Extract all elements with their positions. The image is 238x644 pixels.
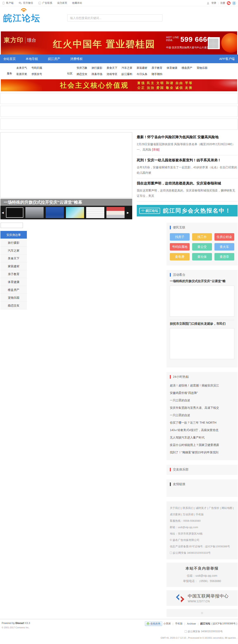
activity-title[interactable]: 一场特殊的升旗仪式拉开安庆“云课堂”帷 [170,279,234,283]
subnav-decor[interactable]: 家装建材 [136,66,147,70]
hot-post[interactable]: 超清！超惊艳！超震撼！揭秘安庆滨江 [170,382,234,389]
hot-post[interactable]: 找到了！“梅姨案”被拐15年的申某找到 [170,448,234,456]
widget-title: 24小时热贴 [173,375,189,379]
sidebar-item-dating[interactable]: 婚恋交友 [0,302,27,310]
report-center-12377[interactable]: 中国互联网举报中心 WWW.12377.CN [166,590,238,606]
sidebar-item-pets[interactable]: 宠物乐园 [0,294,27,302]
hot-post[interactable]: 无人驾驶汽车进入量产时代 [170,434,234,441]
subnav-anqing[interactable]: 安庆万象 [77,66,88,70]
search-input[interactable] [67,14,162,22]
subnav-parenting[interactable]: 亲子教育 [152,66,162,70]
activity-title[interactable]: 担忧市立医院门口排起长龙就诊，市民们 [170,322,234,326]
btn-violation-query[interactable]: 查违章 [214,253,234,260]
subnav-sports[interactable]: 体育健康 [166,66,177,70]
qq-login-icon[interactable] [232,1,236,5]
footer-police-number[interactable]: 皖公网安备 34080202000333号 [145,630,237,633]
btn-electricity-query[interactable]: 查电费 [170,253,190,260]
news-title[interactable]: 我在这郑重声明，这些消息都是真的。安庆迎春颐和城 [137,181,238,186]
official-wechat-link[interactable]: 官方微信 [18,1,33,5]
footer-archiver-link[interactable]: Archiver [187,622,196,625]
subnav-tipoff[interactable]: 皖江爆料 [122,72,132,76]
set-home-link[interactable]: 设为首页 [57,1,67,5]
sidebar-item-anqing[interactable]: 安庆身边事 [0,231,27,239]
hot-post[interactable]: 143㎡轻奢美式4室2厅，高级灰营造优 [170,426,234,434]
btn-train-query[interactable]: 查火车 [214,243,234,250]
carousel-thumb[interactable] [106,207,124,218]
sidebar-select-placeholder[interactable] [0,223,23,228]
divider [170,320,234,320]
btn-find-house[interactable]: 找房子 [170,233,190,240]
news-title[interactable]: 死刑！安庆一幼儿园老板被杀案宣判！凶手系其弟弟！ [137,158,238,162]
sidebar-item-travel[interactable]: 旅行摄影 [0,239,27,246]
promo-banner[interactable]: 皖江论坛 皖江同乡会火热报名中！ [137,205,238,216]
service-hotline: 客服热线：0556-5563080 [170,518,234,524]
ad-placeholder-3 [0,118,238,130]
subnav-car[interactable]: 汽车之家 [122,66,132,70]
subnav-lottery[interactable]: 彩票开奖 [16,72,27,76]
subnav-fleamarket[interactable]: 跳蚤市场 [92,72,102,76]
ad-contact-link[interactable]: 广告联系 [38,1,52,5]
btn-social-security-query[interactable]: 查社保 [192,253,212,260]
btn-find-job[interactable]: 找工作 [192,233,212,240]
sidebar-item-property[interactable]: 楼盘房产 [0,286,27,294]
hot-post[interactable]: 你买了哪一款？近三年 THE NORTH [170,419,234,426]
wechat-login-icon[interactable] [227,1,230,5]
sidebar-item-sports[interactable]: 体育健康 [0,278,27,286]
footer-links-row[interactable]: 关于我们 | 联系我们 | 诚聘英才 | 广告报价 | 网站地图 | 成功案例 … [170,505,234,518]
ad-placeholder-2 [0,106,238,117]
news-title[interactable]: 最新！怀宁县由中风险区降为低风险区 安徽高风险地 [137,135,238,140]
discuz-brand[interactable]: Discuz! [16,622,24,624]
carousel-thumb[interactable] [66,207,84,218]
nav-app-client[interactable]: APP客户端 [219,57,235,61]
hot-post[interactable]: 一只口罩的自述 [170,412,234,419]
sidebar-item-parenting[interactable]: 亲子教育 [0,270,27,278]
subnav-travel[interactable]: 旅行摄影 [92,66,102,70]
crowd-graphic [1,46,52,54]
promo-logo: 皖江论坛 [139,208,160,214]
subnav-hospital[interactable]: 求医挂号 [32,72,42,76]
carousel-thumb[interactable] [26,207,44,218]
nav-home[interactable]: 全站首页 [3,57,16,61]
nav-local[interactable]: 本地导航 [26,57,38,61]
btn-bus-query[interactable]: 查公交 [192,243,212,250]
subnav-pets[interactable]: 宠物乐园 [197,66,208,70]
hot-post[interactable]: 安徽鸡蛋价格“四连降” [170,389,234,396]
subnav-dating[interactable]: 婚恋交友 [77,72,88,76]
news-more-link[interactable]: [详细] [152,148,160,151]
hot-post[interactable]: 安庆市集贤路与宜秀大道、高速下线交 [170,404,234,412]
subnav-snapshots[interactable]: 随手随拍 [152,72,162,76]
carousel-next-icon[interactable]: ▶ [126,211,130,214]
carousel-prev-icon[interactable]: ◀ [0,211,5,214]
subnav-weather[interactable]: 未来天气 [16,66,27,70]
hot-post[interactable]: 疫苗什么时候能用上？国家卫健委透露 [170,441,234,448]
subnav-food[interactable]: 美食天下 [106,66,117,70]
online-service-badge[interactable]: 在线咨询 [145,621,162,626]
sidebar-item-decor[interactable]: 家装建材 [0,262,27,270]
carousel-thumb[interactable] [46,207,64,218]
subnav-property[interactable]: 楼盘房产 [182,66,192,70]
carousel-thumb[interactable] [86,207,104,218]
btn-number-lookup[interactable]: 号码归属地 [170,243,190,250]
site-logo[interactable]: 皖江论坛 [3,12,40,24]
btn-housing-fund[interactable]: 住房公积金 [214,233,234,240]
sidebar-item-food[interactable]: 美食天下 [0,254,27,262]
hot-post[interactable]: 一只口罩的自述 [170,396,234,404]
ad-brand-sub: 璟台 [25,37,36,43]
subnav-games[interactable]: 游戏专区 [106,72,117,76]
service-links: 未来天气 号码归属 彩票开奖 求医挂号 [16,66,46,76]
footer-mobile-link[interactable]: 手机版 [175,622,183,626]
footer-darkroom-link[interactable]: 小黑屋 [164,622,171,626]
sidebar-item-car[interactable]: 汽车之家 [0,246,27,254]
register-link[interactable]: 注册 [220,1,225,5]
carousel-thumb-active[interactable] [6,207,23,218]
subnav-headlines[interactable]: 今日头条 [136,72,147,76]
login-link[interactable]: 登录 [211,1,216,5]
favorite-link[interactable]: 收藏本站 [72,1,82,5]
ad-banner[interactable]: 東方印 璟台 红火中国年 置业碧桂园 HOT LINE0556. 599 666… [1,32,237,54]
subnav-number-lookup[interactable]: 号码归属 [32,66,42,70]
nav-realestate[interactable]: 皖江房产 [48,57,60,61]
carousel-caption[interactable]: 一场特殊的升旗仪式拉开安庆“云课堂”帷幕 [0,199,132,206]
nav-consumer[interactable]: 消费维权 [70,57,83,61]
client-link[interactable]: 客户端 [2,1,14,5]
footer-forum-name[interactable]: 皖江论坛 [200,622,210,626]
